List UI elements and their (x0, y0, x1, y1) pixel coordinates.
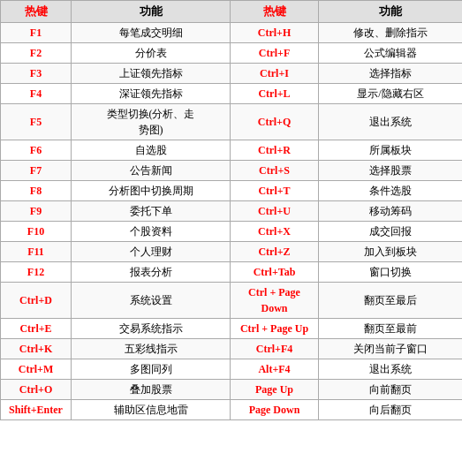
func-right: 向后翻页 (319, 399, 463, 419)
func-right: 窗口切换 (319, 261, 463, 282)
table-row: F12报表分析Ctrl+Tab窗口切换 (1, 261, 463, 282)
hotkey-left: F1 (1, 22, 72, 42)
hotkey-right: Ctrl+Z (231, 241, 319, 261)
func-left: 叠加股票 (72, 379, 231, 399)
hotkey-left: F7 (1, 160, 72, 180)
func-right: 退出系统 (319, 359, 463, 379)
table-row: F8分析图中切换周期Ctrl+T条件选股 (1, 180, 463, 200)
table-row: F5类型切换(分析、走 势图)Ctrl+Q退出系统 (1, 103, 463, 140)
func-left: 分价表 (72, 42, 231, 63)
hotkey-left: F9 (1, 200, 72, 221)
hotkey-left: Ctrl+E (1, 318, 72, 338)
hotkey-right: Ctrl + Page Up (231, 318, 319, 338)
hotkey-right: Ctrl+Tab (231, 261, 319, 282)
header-hotkey2: 热键 (231, 1, 319, 23)
func-right: 加入到板块 (319, 241, 463, 261)
table-row: F3上证领先指标Ctrl+I选择指标 (1, 63, 463, 83)
func-right: 翻页至最前 (319, 318, 463, 338)
func-left: 五彩线指示 (72, 338, 231, 359)
hotkey-right: Page Up (231, 379, 319, 399)
table-row: F9委托下单Ctrl+U移动筹码 (1, 200, 463, 221)
hotkey-right: Ctrl+Q (231, 103, 319, 140)
func-right: 移动筹码 (319, 200, 463, 221)
func-left: 个人理财 (72, 241, 231, 261)
hotkey-right: Alt+F4 (231, 359, 319, 379)
hotkey-table: 热键 功能 热键 功能 F1每笔成交明细Ctrl+H修改、删除指示F2分价表Ct… (0, 0, 462, 420)
func-right: 显示/隐藏右区 (319, 83, 463, 103)
hotkey-right: Ctrl+F (231, 42, 319, 63)
hotkey-left: Shift+Enter (1, 399, 72, 419)
func-left: 上证领先指标 (72, 63, 231, 83)
hotkey-right: Ctrl+F4 (231, 338, 319, 359)
hotkey-left: F12 (1, 261, 72, 282)
hotkey-right: Ctrl+U (231, 200, 319, 221)
hotkey-left: F6 (1, 140, 72, 160)
func-left: 辅助区信息地雷 (72, 399, 231, 419)
hotkey-right: Ctrl+S (231, 160, 319, 180)
hotkey-left: F4 (1, 83, 72, 103)
hotkey-left: F8 (1, 180, 72, 200)
table-row: F10个股资料Ctrl+X成交回报 (1, 221, 463, 241)
func-left: 类型切换(分析、走 势图) (72, 103, 231, 140)
hotkey-left: F10 (1, 221, 72, 241)
hotkey-left: F11 (1, 241, 72, 261)
hotkey-left: Ctrl+K (1, 338, 72, 359)
hotkey-right: Ctrl+L (231, 83, 319, 103)
func-right: 公式编辑器 (319, 42, 463, 63)
func-right: 条件选股 (319, 180, 463, 200)
hotkey-left: Ctrl+D (1, 282, 72, 318)
table-row: Ctrl+K五彩线指示Ctrl+F4关闭当前子窗口 (1, 338, 463, 359)
func-left: 分析图中切换周期 (72, 180, 231, 200)
hotkey-right: Ctrl+R (231, 140, 319, 160)
hotkey-right: Ctrl+X (231, 221, 319, 241)
func-left: 公告新闻 (72, 160, 231, 180)
hotkey-right: Ctrl+H (231, 22, 319, 42)
func-left: 每笔成交明细 (72, 22, 231, 42)
hotkey-left: F5 (1, 103, 72, 140)
func-left: 多图同列 (72, 359, 231, 379)
table-row: F11个人理财Ctrl+Z加入到板块 (1, 241, 463, 261)
table-row: Ctrl+O叠加股票Page Up向前翻页 (1, 379, 463, 399)
table-row: Shift+Enter辅助区信息地雷Page Down向后翻页 (1, 399, 463, 419)
table-row: F4深证领先指标Ctrl+L显示/隐藏右区 (1, 83, 463, 103)
func-left: 个股资料 (72, 221, 231, 241)
func-left: 委托下单 (72, 200, 231, 221)
func-right: 修改、删除指示 (319, 22, 463, 42)
table-row: F2分价表Ctrl+F公式编辑器 (1, 42, 463, 63)
hotkey-right: Ctrl+I (231, 63, 319, 83)
hotkey-left: Ctrl+M (1, 359, 72, 379)
table-row: Ctrl+E交易系统指示Ctrl + Page Up翻页至最前 (1, 318, 463, 338)
func-left: 自选股 (72, 140, 231, 160)
hotkey-right: Ctrl+T (231, 180, 319, 200)
table-row: Ctrl+M多图同列Alt+F4退出系统 (1, 359, 463, 379)
hotkey-left: Ctrl+O (1, 379, 72, 399)
header-func2: 功能 (319, 1, 463, 23)
func-left: 交易系统指示 (72, 318, 231, 338)
hotkey-right: Page Down (231, 399, 319, 419)
hotkey-left: F3 (1, 63, 72, 83)
func-right: 所属板块 (319, 140, 463, 160)
table-row: Ctrl+D系统设置Ctrl + Page Down翻页至最后 (1, 282, 463, 318)
hotkey-left: F2 (1, 42, 72, 63)
hotkey-right: Ctrl + Page Down (231, 282, 319, 318)
func-left: 报表分析 (72, 261, 231, 282)
table-row: F7公告新闻Ctrl+S选择股票 (1, 160, 463, 180)
header-hotkey1: 热键 (1, 1, 72, 23)
func-right: 成交回报 (319, 221, 463, 241)
func-right: 翻页至最后 (319, 282, 463, 318)
func-left: 深证领先指标 (72, 83, 231, 103)
table-row: F6自选股Ctrl+R所属板块 (1, 140, 463, 160)
header-func1: 功能 (72, 1, 231, 23)
func-left: 系统设置 (72, 282, 231, 318)
func-right: 关闭当前子窗口 (319, 338, 463, 359)
func-right: 退出系统 (319, 103, 463, 140)
func-right: 向前翻页 (319, 379, 463, 399)
func-right: 选择指标 (319, 63, 463, 83)
table-row: F1每笔成交明细Ctrl+H修改、删除指示 (1, 22, 463, 42)
func-right: 选择股票 (319, 160, 463, 180)
